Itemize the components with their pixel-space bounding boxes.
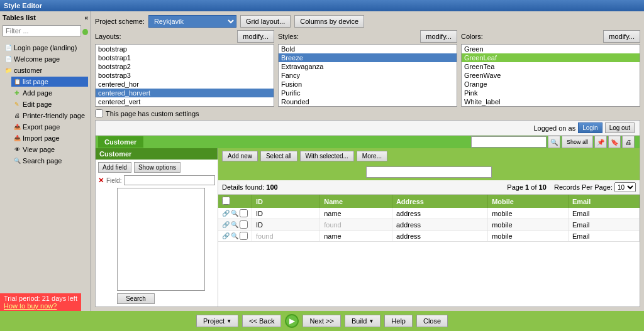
sidebar-item-welcome-page[interactable]: 📄 Welcome page — [3, 54, 88, 64]
search-icon-btn[interactable]: 🔍 — [548, 136, 560, 148]
link-icon[interactable]: 🔗 — [222, 232, 230, 239]
with-selected-button[interactable]: With selected... — [300, 151, 354, 161]
color-item-orange[interactable]: Orange — [462, 80, 640, 89]
page-icon: 📄 — [4, 55, 13, 63]
sidebar-item-list-page[interactable]: 📋 list page — [11, 77, 88, 87]
scheme-select[interactable]: Reykjavik — [148, 15, 236, 28]
row-checkbox[interactable] — [240, 232, 248, 240]
select-all-checkbox[interactable] — [222, 197, 230, 205]
project-button[interactable]: Project — [196, 315, 238, 327]
sidebar-item-label: Search page — [23, 157, 62, 165]
layout-item-bootstrap1[interactable]: bootstrap1 — [96, 53, 274, 62]
sidebar-item-printer-page[interactable]: 🖨 Printer-friendly page — [11, 111, 88, 121]
sidebar-item-import-page[interactable]: 📥 Import page — [11, 133, 88, 143]
sidebar-item-view-page[interactable]: 👁 View page — [11, 144, 88, 155]
style-item-fancy[interactable]: Fancy — [279, 71, 457, 80]
color-item-coral[interactable]: Coral — [462, 106, 640, 107]
magnify-icon[interactable]: 🔍 — [231, 210, 238, 217]
pagination-info: Page 1 of 10 Records Per Page: 10 25 50 — [507, 182, 636, 192]
nav-icon: ▶ — [285, 314, 299, 328]
field-value-input[interactable] — [117, 188, 205, 291]
colors-modify-button[interactable]: modify... — [603, 30, 640, 43]
more-button[interactable]: More... — [357, 151, 387, 161]
link-icon[interactable]: 🔗 — [222, 210, 230, 217]
grid-layout-button[interactable]: Grid layout... — [240, 15, 291, 28]
styles-col: Styles: modify... Bold Breeze Extravagan… — [278, 30, 457, 107]
color-item-green[interactable]: Green — [462, 45, 640, 53]
filter-search-input[interactable] — [366, 166, 492, 178]
layout-item-centered-vert[interactable]: centered_vert — [96, 97, 274, 106]
login-button[interactable]: Login — [578, 122, 602, 133]
pin-icon-btn[interactable]: 📌 — [594, 136, 607, 148]
build-button[interactable]: Build — [345, 315, 380, 327]
field-input[interactable] — [124, 175, 215, 185]
select-all-button[interactable]: Select all — [260, 151, 297, 161]
style-item-bold[interactable]: Bold — [279, 45, 457, 53]
clear-field-button[interactable]: ✕ — [98, 176, 104, 185]
style-item-fusion[interactable]: Fusion — [279, 80, 457, 89]
sidebar-item-search-page[interactable]: 🔍 Search page — [11, 156, 88, 166]
add-new-button[interactable]: Add new — [222, 151, 258, 161]
color-item-greenwave[interactable]: GreenWave — [462, 71, 640, 80]
colors-list[interactable]: Green GreenLeaf GreenTea GreenWave Orang… — [461, 44, 640, 107]
layout-item-centered-horvert[interactable]: centered_horvert — [96, 89, 274, 97]
sidebar-item-login-page[interactable]: 📄 Login page (landing) — [3, 43, 88, 53]
sidebar-item-customer[interactable]: 📁 customer — [3, 65, 88, 75]
trial-link[interactable]: How to buy now? — [4, 302, 77, 310]
bookmark-icon-btn[interactable]: 🔖 — [608, 136, 621, 148]
custom-settings-checkbox[interactable] — [95, 109, 103, 117]
style-item-purific[interactable]: Purific — [279, 89, 457, 97]
next-button[interactable]: Next >> — [303, 315, 341, 327]
styles-modify-button[interactable]: modify... — [420, 30, 457, 43]
style-item-rounded[interactable]: Rounded — [279, 97, 457, 106]
layout-item-bootstrap2[interactable]: bootstrap2 — [96, 62, 274, 71]
show-all-btn[interactable]: Show all — [562, 136, 593, 148]
sidebar-item-label: Welcome page — [14, 55, 60, 63]
show-options-button[interactable]: Show options — [134, 162, 180, 173]
logout-button[interactable]: Log out — [605, 122, 635, 133]
style-item-breeze[interactable]: Breeze — [279, 53, 457, 62]
style-item-coral[interactable]: Coral — [279, 106, 457, 107]
magnify-icon[interactable]: 🔍 — [231, 232, 238, 239]
columns-by-device-button[interactable]: Columns by device — [294, 15, 364, 28]
link-icon[interactable]: 🔗 — [222, 221, 230, 228]
layout-item-bootstrap[interactable]: bootstrap — [96, 45, 274, 53]
add-field-button[interactable]: Add field — [98, 162, 131, 173]
title-label: Style Editor — [4, 2, 42, 9]
layout-item-bootstrap3[interactable]: bootstrap3 — [96, 71, 274, 80]
right-panel-filter — [218, 164, 640, 180]
search-button[interactable]: Search — [117, 293, 155, 304]
records-per-page-select[interactable]: 10 25 50 — [614, 182, 636, 192]
styles-label: Styles: — [278, 33, 299, 40]
layouts-list[interactable]: bootstrap bootstrap1 bootstrap2 bootstra… — [95, 44, 274, 107]
sidebar-item-label: View page — [23, 146, 55, 153]
row-checkbox[interactable] — [240, 220, 248, 229]
print-icon-btn[interactable]: 🖨 — [622, 136, 635, 148]
help-button[interactable]: Help — [384, 315, 413, 327]
back-button[interactable]: << Back — [242, 315, 281, 327]
data-table: ID Name Address Mobile Email — [218, 195, 640, 242]
color-item-pink[interactable]: Pink — [462, 89, 640, 97]
collapse-btn[interactable]: « — [84, 14, 88, 21]
layout-item-centered-hor[interactable]: centered_hor — [96, 80, 274, 89]
sidebar-item-export-page[interactable]: 📤 Export page — [11, 122, 88, 132]
th-address: Address — [392, 195, 487, 208]
sidebar-item-add-page[interactable]: ✚ Add page — [11, 88, 88, 98]
layouts-modify-button[interactable]: modify... — [237, 30, 274, 43]
style-item-extravaganza[interactable]: Extravaganza — [279, 62, 457, 71]
magnify-icon[interactable]: 🔍 — [231, 221, 238, 228]
filter-input[interactable] — [3, 25, 81, 36]
color-item-white-label[interactable]: White_label — [462, 97, 640, 106]
layout-item-list1[interactable]: list1 — [96, 106, 274, 107]
close-button[interactable]: Close — [416, 315, 448, 327]
styles-list[interactable]: Bold Breeze Extravaganza Fancy Fusion Pu… — [278, 44, 457, 107]
row-checkbox[interactable] — [240, 209, 248, 217]
color-item-greenleaf[interactable]: GreenLeaf — [462, 53, 640, 62]
color-item-greentea[interactable]: GreenTea — [462, 62, 640, 71]
preview-search-input[interactable] — [471, 136, 547, 148]
customer-tab[interactable]: Customer — [98, 136, 143, 148]
left-panel: Customer Add field Show options ✕ Field: — [96, 148, 218, 307]
sidebar-item-edit-page[interactable]: ✎ Edit page — [11, 99, 88, 109]
edit-icon: ✎ — [13, 100, 21, 109]
td-id: ID — [252, 208, 320, 219]
